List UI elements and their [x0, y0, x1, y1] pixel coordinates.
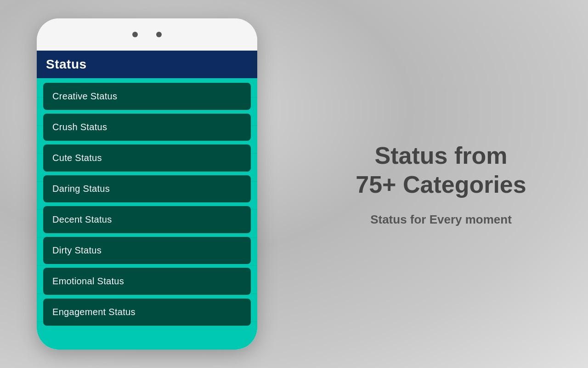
menu-item[interactable]: Emotional Status [43, 268, 251, 295]
tagline-sub: Status for Every moment [370, 213, 512, 227]
right-section: Status from75+ Categories Status for Eve… [294, 0, 588, 368]
menu-item-label: Emotional Status [52, 276, 124, 286]
camera-dot-right [156, 32, 162, 37]
menu-item-label: Crush Status [52, 122, 107, 132]
menu-item-label: Decent Status [52, 214, 112, 224]
camera-dot-left [132, 32, 138, 37]
menu-item-label: Cute Status [52, 153, 102, 163]
menu-item[interactable]: Cute Status [43, 144, 251, 172]
menu-item[interactable]: Daring Status [43, 175, 251, 202]
app-title: Status [46, 57, 87, 71]
tagline-main: Status from75+ Categories [356, 141, 526, 199]
menu-list: Creative StatusCrush StatusCute StatusDa… [37, 78, 257, 350]
menu-item-label: Dirty Status [52, 245, 102, 255]
menu-item-label: Daring Status [52, 184, 110, 194]
menu-item[interactable]: Creative Status [43, 83, 251, 110]
phone-top-bar [37, 18, 257, 51]
menu-item[interactable]: Engagement Status [43, 299, 251, 326]
menu-item-label: Creative Status [52, 91, 117, 101]
left-section: Status Creative StatusCrush StatusCute S… [0, 0, 294, 368]
menu-item[interactable]: Crush Status [43, 114, 251, 141]
menu-item[interactable]: Dirty Status [43, 237, 251, 264]
menu-item[interactable]: Decent Status [43, 206, 251, 233]
phone-mockup: Status Creative StatusCrush StatusCute S… [37, 18, 257, 350]
phone-screen: Status Creative StatusCrush StatusCute S… [37, 51, 257, 350]
app-header: Status [37, 51, 257, 78]
menu-item-label: Engagement Status [52, 307, 136, 317]
